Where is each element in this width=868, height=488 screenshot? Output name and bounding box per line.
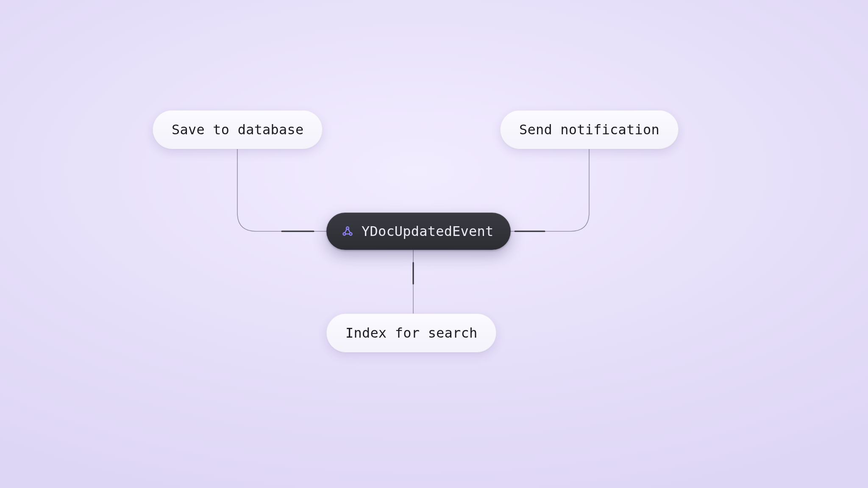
node-index-for-search[interactable]: Index for search bbox=[326, 313, 496, 352]
node-event-center[interactable]: YDocUpdatedEvent bbox=[326, 213, 511, 250]
node-label: YDocUpdatedEvent bbox=[362, 223, 493, 239]
node-label: Save to database bbox=[172, 122, 303, 138]
diagram-canvas: Save to database Send notification YDocU… bbox=[0, 0, 868, 488]
webhook-icon bbox=[341, 225, 354, 238]
node-send-notification[interactable]: Send notification bbox=[500, 110, 679, 149]
node-label: Index for search bbox=[345, 325, 477, 341]
node-save-to-database[interactable]: Save to database bbox=[153, 110, 323, 149]
node-label: Send notification bbox=[519, 122, 659, 138]
